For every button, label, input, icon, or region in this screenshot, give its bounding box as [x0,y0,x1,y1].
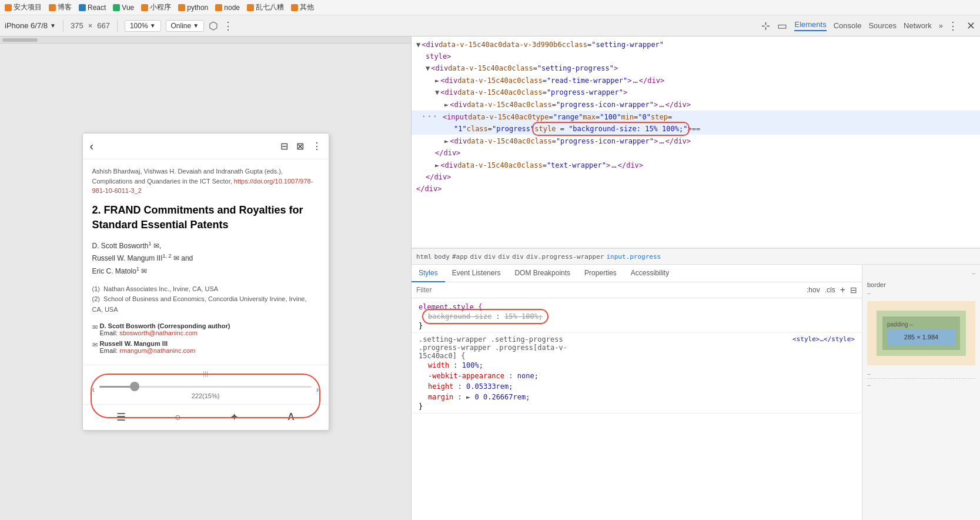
filter-cls-button[interactable]: .cls [825,286,835,294]
envelope-icon-2: ✉ [92,341,98,349]
mobile-frame-bar: ‹ ⊟ ⊠ ⋮ [83,134,329,159]
horizontal-scrollbar[interactable] [0,36,411,44]
bm-dash-top: – [867,269,975,276]
corr-email-1[interactable]: sbosworth@nathaninc.com [119,329,198,336]
devtools-close-icon[interactable]: ✕ [966,19,975,32]
style-close-brace-1: } [419,322,855,330]
style-selector-element: element.style { [419,303,482,311]
mobile-top-icons: ⊟ ⊠ ⋮ [280,141,322,152]
toolbar-more-menu[interactable]: ⋮ [223,19,235,32]
bc-app[interactable]: #app [452,253,468,261]
tab-dom-breakpoints[interactable]: DOM Breakpoints [507,265,577,282]
dom-arrow-6[interactable]: ► [444,99,449,110]
styles-filter-input[interactable] [416,286,802,294]
filter-add-button[interactable]: + [840,285,845,295]
bm-content-area: 285 × 1.984 [887,329,955,345]
devtools-more-menu[interactable]: ⋮ [948,19,959,32]
style-close-brace-2: } [419,402,855,411]
tab-console[interactable]: Console [834,21,862,30]
device-dropdown-icon[interactable]: ▼ [50,22,56,29]
menu-icon[interactable]: ☰ [116,411,126,424]
tab-event-listeners[interactable]: Event Listeners [445,265,508,282]
mobile-reference: Ashish Bhardwaj, Vishwas H. Devaiah and … [92,166,319,196]
bookmark-python[interactable]: python [178,4,208,12]
bm-border-label: border [867,281,975,288]
bc-html[interactable]: html [416,253,432,261]
tab-properties[interactable]: Properties [577,265,624,282]
circle-icon[interactable]: ○ [175,411,181,424]
corr-name-1: D. Scott Bosworth (Corresponding author) [100,322,230,329]
progress-slider-wrapper: ‹ 222(15%) › [92,379,319,399]
viewport-height: 667 [97,21,110,30]
share-icon[interactable]: ⊟ [280,141,288,152]
bookmark-andaximu[interactable]: 安大项目 [5,2,42,12]
margin-expand-icon[interactable]: ► [466,393,470,401]
mobile-corresponding: ✉ D. Scott Bosworth (Corresponding autho… [92,322,319,354]
dom-arrow-3[interactable]: ▼ [426,63,430,74]
tab-styles[interactable]: Styles [412,265,445,282]
bc-progress-wrapper[interactable]: div.progress-wrapper [526,253,604,261]
bookmark-random[interactable]: 乱七八糟 [247,2,284,12]
dom-line-13: </div> [412,183,980,195]
bc-div4[interactable]: div [512,253,524,261]
dom-line-5: ▼ <div data-v-15c40ac0 class = "progress… [412,86,980,98]
font-icon[interactable]: A [287,412,295,422]
bc-div2[interactable]: div [484,253,496,261]
bc-div3[interactable]: div [498,253,510,261]
filter-hov-button[interactable]: :hov [807,286,820,294]
prop-bgsize-value: 15% 100%; [504,312,543,321]
styles-tabs: Styles Event Listeners DOM Breakpoints P… [412,265,862,282]
progress-next-icon[interactable]: › [316,385,319,394]
bookmark-node[interactable]: node [215,4,240,12]
corr-email-2[interactable]: rmangum@nathaninc.com [119,347,195,354]
style-source-2[interactable]: <style>…</style> [792,335,855,360]
bookmark-folder-icon [113,4,120,11]
device-label: iPhone 6/7/8 [5,21,48,30]
bookmark-blog[interactable]: 博客 [49,2,72,12]
device-mode-icon[interactable]: ▭ [777,19,787,32]
back-button[interactable]: ‹ [90,139,94,153]
devtools-lower: Styles Event Listeners DOM Breakpoints P… [412,265,980,520]
bookmark-react[interactable]: React [79,4,106,12]
rotate-icon[interactable]: ⬡ [209,19,218,32]
bc-input-progress[interactable]: input.progress [606,253,661,261]
main-area: ‹ ⊟ ⊠ ⋮ Ashish Bhardwaj, Vishwas H. Deva… [0,36,980,520]
tab-sources[interactable]: Sources [868,21,897,30]
bookmark-vue[interactable]: Vue [113,4,134,12]
prop-bgsize-name: background-size [428,312,491,321]
inspect-icon[interactable]: ⊹ [761,19,770,32]
tab-accessibility[interactable]: Accessibility [624,265,676,282]
bookmark-folder-icon [247,4,254,11]
dom-arrow-1[interactable]: ▼ [416,39,420,50]
bookmark-miniprogram[interactable]: 小程序 [141,2,171,12]
bookmark-other[interactable]: 其他 [291,2,314,12]
progress-input[interactable] [99,386,312,388]
tab-elements[interactable]: Elements [794,20,826,31]
mobile-affiliations: (1) Nathan Associates Inc., Irvine, CA, … [92,284,319,315]
progress-prev-icon[interactable]: ‹ [92,385,95,394]
dom-arrow-9[interactable]: ► [444,136,449,146]
tab-more[interactable]: » [939,21,943,30]
style-rule-header-2: .setting-wrapper .setting-progress .prog… [419,335,855,360]
scrollbar-thumb[interactable] [2,38,38,42]
dom-arrow-5[interactable]: ▼ [435,87,439,98]
bc-div1[interactable]: div [470,253,482,261]
more-icon[interactable]: ⋮ [312,141,322,152]
cart-icon[interactable]: ⊠ [296,141,304,152]
corr-item-1: ✉ D. Scott Bosworth (Corresponding autho… [92,322,319,336]
device-selector[interactable]: iPhone 6/7/8 ▼ [5,21,56,30]
dom-arrow-11[interactable]: ► [435,160,439,171]
bc-body[interactable]: body [434,253,450,261]
mobile-panel: ‹ ⊟ ⊠ ⋮ Ashish Bhardwaj, Vishwas H. Deva… [0,36,412,520]
prop-webkit-appearance: -webkit-appearance : none; [419,371,855,381]
dom-arrow-4[interactable]: ► [435,75,439,86]
style-selector-2: .setting-wrapper .setting-progress .prog… [419,335,567,360]
network-selector[interactable]: Online ▼ [166,20,205,32]
filter-settings-icon[interactable]: ⊟ [850,285,857,295]
zoom-selector[interactable]: 100% ▼ [125,20,161,32]
brightness-icon[interactable]: ✦ [230,411,239,424]
dom-line-11: ► <div data-v-15c40ac0 class = "text-wra… [412,159,980,171]
dom-line-3: ▼ <div data-v-15c40ac0 class = "setting-… [412,62,980,74]
dom-oval-wrapper: style = "background-size: 15% 100%;" [534,124,687,134]
tab-network[interactable]: Network [904,21,932,30]
